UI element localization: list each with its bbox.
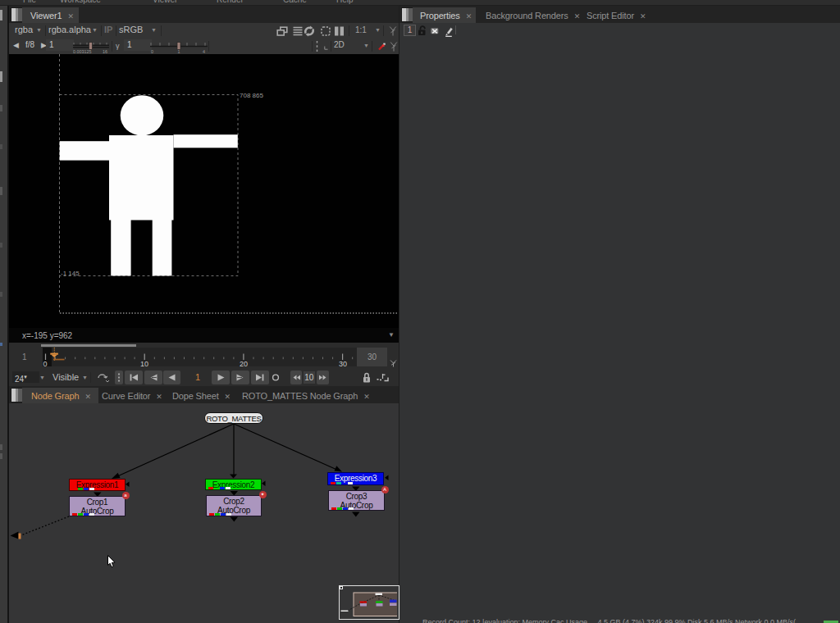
- svg-text:10: 10: [140, 360, 148, 367]
- svg-text:0: 0: [151, 49, 153, 54]
- svg-text:20: 20: [240, 360, 248, 367]
- svg-text:-1 145: -1 145: [61, 269, 80, 276]
- svg-text:16: 16: [103, 49, 107, 54]
- svg-text:30: 30: [339, 360, 347, 367]
- svg-text:708 865: 708 865: [240, 91, 263, 98]
- svg-text:0.003125: 0.003125: [73, 49, 91, 54]
- svg-text:0: 0: [43, 360, 48, 367]
- svg-text:4: 4: [203, 49, 205, 54]
- svg-text:1: 1: [178, 49, 180, 54]
